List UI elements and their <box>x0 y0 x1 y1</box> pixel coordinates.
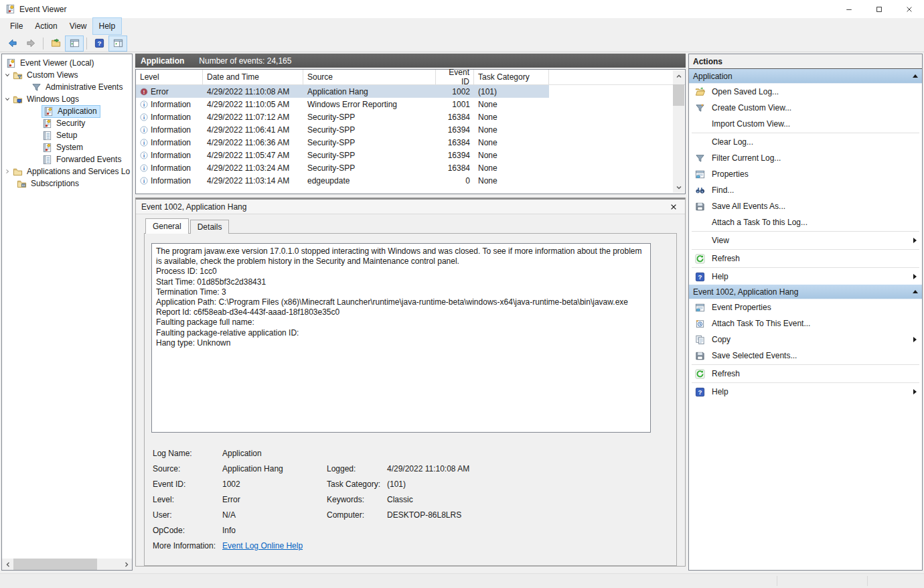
tree-item-applications-and-services-logs[interactable]: Applications and Services Lo <box>2 165 132 177</box>
column-header-event-id[interactable]: Event ID <box>436 70 474 84</box>
info-icon: i <box>140 164 148 172</box>
event-description[interactable]: The program javaw.exe version 17.0.1.0 s… <box>151 243 651 433</box>
event-log-online-help-link[interactable]: Event Log Online Help <box>222 541 303 550</box>
info-icon: i <box>140 139 148 147</box>
show-console-tree-button[interactable] <box>66 36 83 51</box>
action-help-event[interactable]: ? Help <box>689 384 922 400</box>
action-clear-log[interactable]: Clear Log... <box>689 134 922 150</box>
menu-help[interactable]: Help <box>93 18 122 34</box>
preview-body: General Details The program javaw.exe ve… <box>136 214 685 566</box>
export-log-icon <box>51 38 61 48</box>
action-help[interactable]: ? Help <box>689 269 922 285</box>
task-icon <box>695 319 705 329</box>
action-attach-task-to-log[interactable]: Attach a Task To this Log... <box>689 214 922 230</box>
tree-item-setup[interactable]: Setup <box>2 129 132 141</box>
filter-icon <box>695 153 705 163</box>
column-header-date-time[interactable]: Date and Time <box>203 70 303 84</box>
scrollbar-thumb[interactable] <box>673 84 684 106</box>
content-area: Event Viewer (Local) Custom Views Admini… <box>0 52 924 573</box>
save-icon <box>695 202 705 212</box>
toolbar-separator <box>86 38 87 50</box>
tree-item-event-viewer-local[interactable]: Event Viewer (Local) <box>2 57 132 69</box>
column-header-task-category[interactable]: Task Category <box>474 70 549 84</box>
tree-item-security[interactable]: Security <box>2 117 132 129</box>
action-find[interactable]: Find... <box>689 182 922 198</box>
console-tree-icon <box>70 38 80 48</box>
action-filter-current-log[interactable]: Filter Current Log... <box>689 150 922 166</box>
action-view[interactable]: View <box>689 232 922 248</box>
back-button[interactable] <box>3 36 21 51</box>
action-save-selected-events[interactable]: Save Selected Events... <box>689 348 922 364</box>
actions-section-header-application[interactable]: Application <box>689 69 922 84</box>
menu-view[interactable]: View <box>64 18 93 34</box>
table-row[interactable]: iInformation 4/29/2022 11:07:12 AM Secur… <box>136 111 549 123</box>
properties-icon <box>695 169 705 179</box>
log-name-value: Application <box>222 449 327 458</box>
scrollbar-thumb[interactable] <box>13 559 97 570</box>
logged-value: 4/29/2022 11:10:08 AM <box>387 464 670 473</box>
user-value: N/A <box>222 510 327 520</box>
svg-text:!: ! <box>143 89 145 95</box>
action-event-properties[interactable]: Event Properties <box>689 299 922 315</box>
table-row[interactable]: !Error 4/29/2022 11:10:08 AM Application… <box>136 85 549 98</box>
scroll-left-arrow[interactable] <box>2 559 13 570</box>
forward-button[interactable] <box>22 36 40 51</box>
refresh-icon <box>695 369 705 379</box>
table-row[interactable]: iInformation 4/29/2022 11:06:41 AM Secur… <box>136 123 549 136</box>
filter-icon <box>31 82 42 92</box>
action-pane-icon <box>113 38 123 48</box>
table-row[interactable]: iInformation 4/29/2022 11:03:24 AM Secur… <box>136 161 549 174</box>
open-folder-icon <box>695 87 705 97</box>
bottom-strip <box>0 573 924 588</box>
help-button[interactable]: ? <box>90 36 108 51</box>
tree-horizontal-scrollbar[interactable] <box>2 559 132 570</box>
export-log-button[interactable] <box>47 36 64 51</box>
tab-general[interactable]: General <box>145 218 189 234</box>
title-bar: Event Viewer <box>0 0 924 18</box>
maximize-button[interactable] <box>864 0 894 18</box>
column-header-source[interactable]: Source <box>303 70 436 84</box>
action-attach-task-to-event[interactable]: Attach Task To This Event... <box>689 315 922 332</box>
keywords-value: Classic <box>387 495 670 504</box>
scroll-down-arrow[interactable] <box>673 181 684 193</box>
tab-details[interactable]: Details <box>190 220 230 234</box>
table-row[interactable]: iInformation 4/29/2022 11:10:05 AM Windo… <box>136 98 549 111</box>
actions-section-header-event[interactable]: Event 1002, Application Hang <box>689 285 922 299</box>
tree-item-custom-views[interactable]: Custom Views <box>2 69 132 81</box>
tree-item-windows-logs[interactable]: Windows Logs <box>2 93 132 105</box>
action-create-custom-view[interactable]: Create Custom View... <box>689 100 922 116</box>
action-refresh-event[interactable]: Refresh <box>689 366 922 382</box>
event-viewer-icon <box>6 58 16 68</box>
tree-item-application[interactable]: Application <box>2 105 132 117</box>
action-copy[interactable]: Copy <box>689 332 922 348</box>
scroll-up-arrow[interactable] <box>673 70 684 82</box>
tree-item-administrative-events[interactable]: Administrative Events <box>2 81 132 93</box>
action-properties[interactable]: Properties <box>689 166 922 182</box>
logged-label: Logged: <box>327 464 387 473</box>
column-header-level[interactable]: Level <box>136 70 203 84</box>
action-open-saved-log[interactable]: Open Saved Log... <box>689 84 922 100</box>
minimize-button[interactable] <box>834 0 864 18</box>
action-import-custom-view[interactable]: Import Custom View... <box>689 116 922 132</box>
menu-file[interactable]: File <box>4 18 29 34</box>
copy-icon <box>695 335 705 345</box>
tree-item-subscriptions[interactable]: Subscriptions <box>2 177 132 190</box>
table-row[interactable]: iInformation 4/29/2022 11:03:14 AM edgeu… <box>136 174 549 187</box>
tree-item-forwarded-events[interactable]: Forwarded Events <box>2 153 132 165</box>
table-row[interactable]: iInformation 4/29/2022 11:05:47 AM Secur… <box>136 149 549 161</box>
event-list-vertical-scrollbar[interactable] <box>673 70 684 193</box>
preview-close-button[interactable] <box>668 201 680 213</box>
folder-icon <box>13 167 23 177</box>
svg-text:i: i <box>143 140 145 146</box>
menu-action[interactable]: Action <box>29 18 63 34</box>
show-action-pane-button[interactable] <box>109 36 127 51</box>
table-row[interactable]: iInformation 4/29/2022 11:06:36 AM Secur… <box>136 136 549 149</box>
action-refresh[interactable]: Refresh <box>689 250 922 267</box>
preview-title-bar: Event 1002, Application Hang <box>136 200 685 214</box>
tree-item-system[interactable]: System <box>2 141 132 153</box>
action-save-all-events-as[interactable]: Save All Events As... <box>689 198 922 214</box>
close-icon <box>670 203 678 211</box>
scroll-right-arrow[interactable] <box>121 559 132 570</box>
close-button[interactable] <box>894 0 924 18</box>
log-file-icon <box>42 155 52 165</box>
